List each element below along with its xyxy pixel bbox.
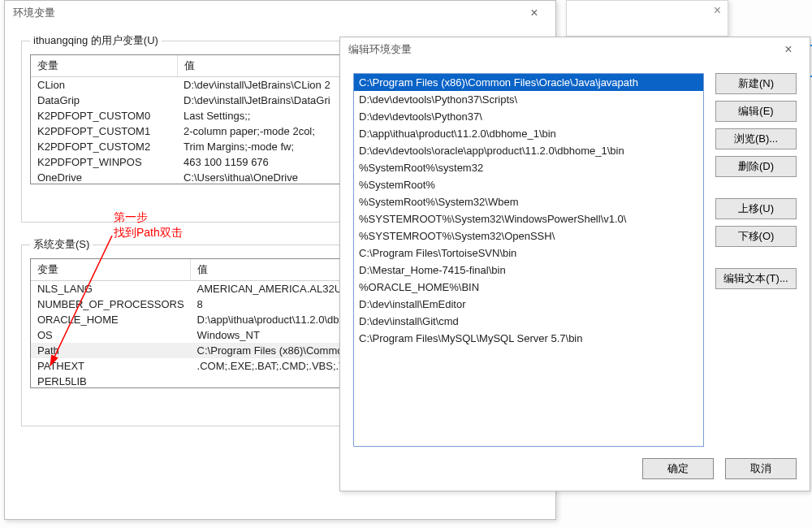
list-item[interactable]: D:\dev\devtools\Python37\Scripts\ (354, 91, 703, 108)
list-item[interactable]: %ORACLE_HOME%\BIN (354, 279, 703, 296)
edit-side-buttons: 新建(N) 编辑(E) 浏览(B)... 删除(D) 上移(U) 下移(O) 编… (715, 73, 797, 447)
edit-cancel-button[interactable]: 取消 (725, 458, 797, 479)
edit-title: 编辑环境变量 (348, 42, 412, 57)
env-title: 环境变量 (13, 6, 55, 20)
path-entries-list[interactable]: C:\Program Files (x86)\Common Files\Orac… (353, 73, 704, 447)
list-item[interactable]: %SystemRoot%\system32 (354, 159, 703, 176)
env-titlebar: 环境变量 × (5, 1, 555, 25)
list-item[interactable]: D:\dev\install\Git\cmd (354, 313, 703, 330)
system-vars-legend: 系统变量(S) (30, 237, 93, 252)
col-variable[interactable]: 变量 (31, 259, 191, 281)
col-variable[interactable]: 变量 (31, 55, 177, 77)
delete-button[interactable]: 删除(D) (715, 156, 797, 177)
background-dialog: × (566, 0, 728, 37)
new-button[interactable]: 新建(N) (715, 73, 797, 94)
list-item[interactable]: %SYSTEMROOT%\System32\OpenSSH\ (354, 227, 703, 245)
list-item[interactable]: %SYSTEMROOT%\System32\WindowsPowerShell\… (354, 210, 703, 227)
close-icon[interactable]: × (521, 6, 547, 20)
list-item[interactable]: D:\dev\devtools\oracle\app\product\11.2.… (354, 142, 703, 159)
move-up-button[interactable]: 上移(U) (715, 198, 797, 219)
edit-ok-button[interactable]: 确定 (642, 458, 714, 479)
edit-button[interactable]: 编辑(E) (715, 101, 797, 122)
browse-button[interactable]: 浏览(B)... (715, 128, 797, 149)
list-item[interactable]: %SystemRoot% (354, 176, 703, 193)
list-item[interactable]: D:\Mestar_Home-7415-final\bin (354, 262, 703, 279)
list-item[interactable]: %SystemRoot%\System32\Wbem (354, 193, 703, 210)
list-item[interactable]: D:\app\ithua\product\11.2.0\dbhome_1\bin (354, 125, 703, 142)
edit-envvar-window: 编辑环境变量 × C:\Program Files (x86)\Common F… (339, 37, 810, 491)
edit-text-button[interactable]: 编辑文本(T)... (715, 268, 797, 289)
user-vars-legend: ithuangqing 的用户变量(U) (30, 33, 162, 48)
list-item[interactable]: D:\dev\devtools\Python37\ (354, 108, 703, 125)
list-item[interactable]: C:\Program Files (x86)\Common Files\Orac… (354, 74, 703, 91)
list-item[interactable]: D:\dev\install\EmEditor (354, 296, 703, 313)
move-down-button[interactable]: 下移(O) (715, 226, 797, 247)
close-icon[interactable]: × (714, 3, 721, 18)
list-item[interactable]: C:\Program Files\MySQL\MySQL Server 5.7\… (354, 330, 703, 347)
list-item[interactable]: C:\Program Files\TortoiseSVN\bin (354, 245, 703, 262)
close-icon[interactable]: × (775, 42, 801, 57)
edit-titlebar: 编辑环境变量 × (340, 37, 810, 62)
